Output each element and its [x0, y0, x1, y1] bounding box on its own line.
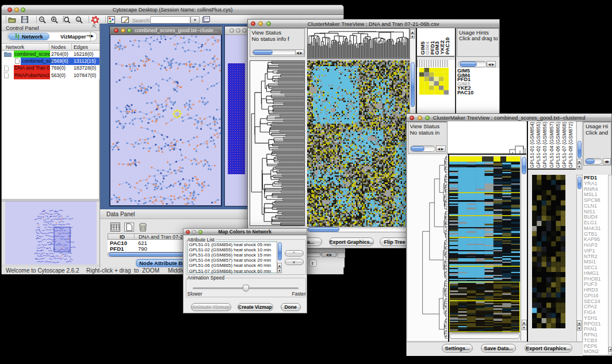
- svg-text:1:1: 1:1: [77, 18, 81, 21]
